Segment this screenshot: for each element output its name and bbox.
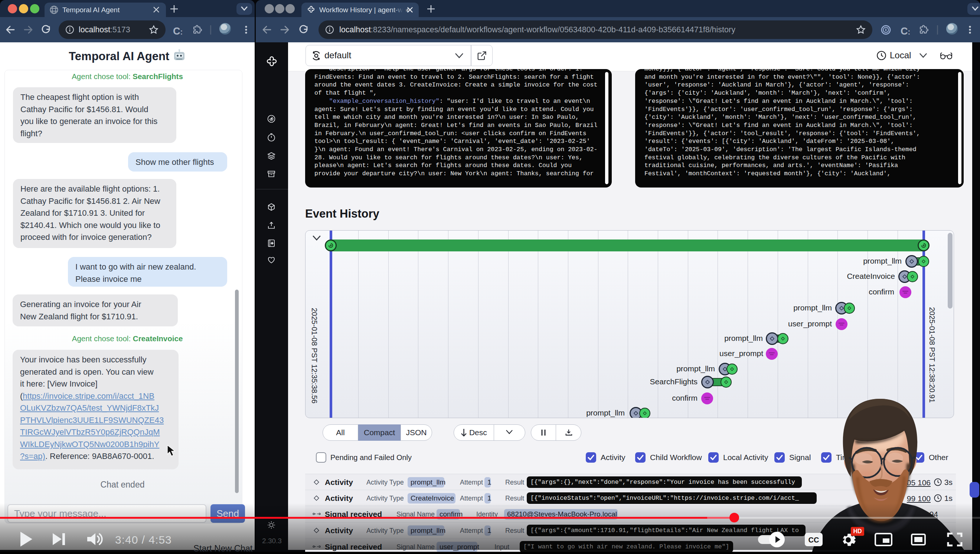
svg-text:CC: CC: [808, 536, 819, 544]
